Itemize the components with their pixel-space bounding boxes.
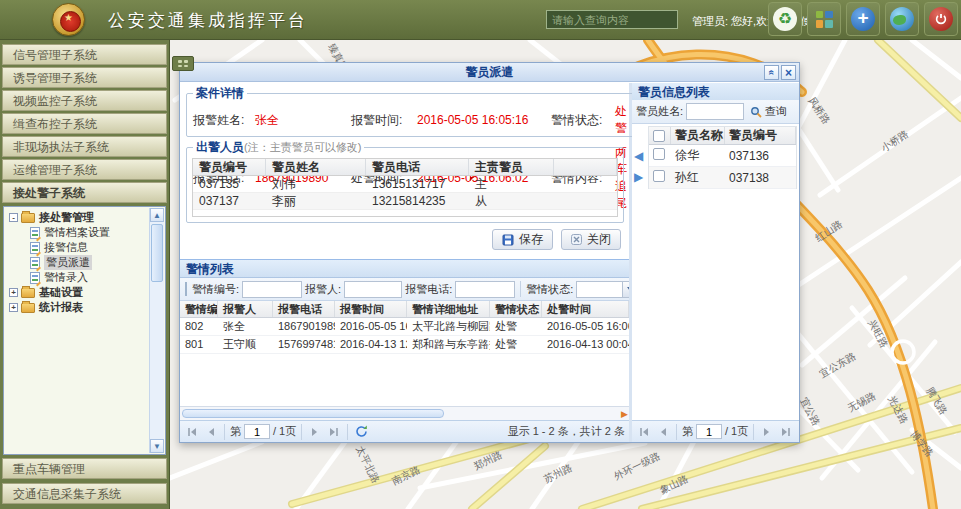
caller-name-input[interactable] — [344, 281, 402, 298]
case-details-legend: 案件详情 — [193, 85, 247, 102]
horizontal-scrollbar[interactable]: ▶ — [180, 406, 629, 420]
map-tool-button[interactable] — [172, 56, 194, 71]
column-header[interactable]: 报警人 — [218, 301, 273, 317]
record-count-status: 显示 1 - 2 条，共计 2 条 — [508, 424, 625, 439]
folder-icon — [21, 213, 35, 223]
column-header[interactable]: 处警时间 — [542, 301, 629, 317]
last-page-button[interactable] — [778, 424, 794, 440]
sidebar-item-enforcement[interactable]: 非现场执法子系统 — [2, 136, 167, 157]
alarm-time-value: 2016-05-05 16:05:16 — [417, 113, 551, 127]
sidebar-item-ops[interactable]: 运维管理子系统 — [2, 159, 167, 180]
field-label: 报警姓名: — [193, 112, 255, 129]
window-title: 警员派遣 — [466, 65, 514, 79]
add-button[interactable]: + — [846, 2, 880, 36]
sidebar-item-video[interactable]: 视频监控子系统 — [2, 90, 167, 111]
officer-list-pane: 警员信息列表 警员姓名: 查询 ◀ ▶ 警员名称 警员编号 — [632, 83, 799, 442]
power-icon — [929, 7, 953, 31]
tree-node-statistics[interactable]: + 统计报表 — [6, 300, 163, 315]
road-label: 太平北路 — [354, 444, 381, 485]
globe-icon — [890, 7, 914, 31]
incident-status-select[interactable] — [576, 281, 629, 298]
police-badge-logo — [52, 3, 85, 36]
sidebar-item-traffic-info[interactable]: 交通信息采集子系统 — [2, 483, 167, 504]
table-row[interactable]: 037137 李丽 13215814235 从 — [193, 193, 617, 210]
tree-node-alarm-info[interactable]: 接警信息 — [6, 240, 163, 255]
close-button[interactable]: 关闭 — [561, 229, 621, 250]
incident-list-panel: 警情列表 警情编号: 报警人: 报警电话: 警情状态: 查询 — [180, 259, 629, 442]
close-window-icon[interactable]: × — [781, 65, 796, 80]
plus-icon: + — [851, 7, 875, 31]
filter-label: 报警人: — [305, 282, 341, 297]
table-row[interactable]: 037135 刘伟 13615131717 主 — [193, 176, 617, 193]
first-page-button[interactable] — [636, 424, 652, 440]
primary-officer-cell[interactable]: 从 — [469, 193, 554, 209]
row-checkbox[interactable] — [653, 148, 665, 160]
map-mode-button[interactable] — [885, 2, 919, 36]
scroll-thumb[interactable] — [182, 409, 444, 418]
scroll-down-icon[interactable]: ▼ — [150, 439, 164, 453]
refresh-recycle-button[interactable]: ♻ — [768, 2, 802, 36]
transfer-right-icon[interactable]: ▶ — [634, 170, 643, 184]
caller-phone-input[interactable] — [455, 281, 515, 298]
tree-scrollbar[interactable]: ▲ ▼ — [149, 208, 164, 453]
column-header: 警员姓名 — [266, 159, 366, 175]
table-row[interactable]: 徐华 037136 — [649, 145, 796, 167]
collapse-toggle-icon[interactable]: - — [9, 213, 18, 222]
column-header: 警员电话 — [366, 159, 469, 175]
first-page-button[interactable] — [184, 424, 200, 440]
table-row[interactable]: 801 王守顺 15769974813 2016-04-13 12:... 郑和… — [180, 336, 629, 354]
expand-toggle-icon[interactable]: + — [9, 303, 18, 312]
document-icon — [30, 257, 40, 269]
row-checkbox[interactable] — [653, 170, 665, 182]
expand-toggle-icon[interactable]: + — [9, 288, 18, 297]
officer-name-input[interactable] — [686, 103, 744, 120]
collapse-window-icon[interactable]: « — [764, 65, 779, 80]
column-header[interactable]: 报警电话 — [273, 301, 335, 317]
window-titlebar[interactable]: 警员派遣 « × — [180, 63, 799, 82]
prev-page-button[interactable] — [203, 424, 219, 440]
sidebar-item-signal[interactable]: 信号管理子系统 — [2, 44, 167, 65]
global-search-input[interactable] — [546, 10, 678, 29]
dispatch-tree: - 接处警管理 警情档案设置 接警信息 警员派遣 警情录入 + 基础设置 + — [3, 206, 166, 455]
scroll-right-icon[interactable]: ▶ — [621, 409, 628, 419]
officer-table: 警员名称 警员编号 徐华 037136 孙红 037138 — [648, 126, 797, 189]
officer-search-button[interactable]: 查询 — [747, 104, 790, 119]
prev-page-button[interactable] — [655, 424, 671, 440]
incident-no-input[interactable] — [242, 281, 302, 298]
column-header-sorted[interactable]: 警情编号 — [180, 301, 218, 317]
header-buttons: ♻ + — [768, 2, 958, 36]
page-number-input[interactable] — [696, 424, 722, 439]
toolbar-grip — [185, 282, 187, 296]
tree-node-officer-dispatch[interactable]: 警员派遣 — [6, 255, 163, 270]
sidebar-item-key-vehicles[interactable]: 重点车辆管理 — [2, 458, 167, 479]
chevron-down-icon[interactable] — [622, 281, 629, 298]
page-number-input[interactable] — [244, 424, 270, 439]
next-page-button[interactable] — [307, 424, 323, 440]
column-header[interactable]: 警员编号 — [725, 127, 796, 144]
sidebar-item-dispatch-system[interactable]: 接处警子系统 — [2, 182, 167, 203]
tree-node-basic-settings[interactable]: + 基础设置 — [6, 285, 163, 300]
next-page-button[interactable] — [759, 424, 775, 440]
refresh-icon[interactable] — [353, 424, 369, 440]
tree-node-dispatch-mgmt[interactable]: - 接处警管理 — [6, 210, 163, 225]
caller-name-value: 张全 — [255, 112, 351, 129]
scroll-thumb[interactable] — [151, 224, 163, 282]
scroll-up-icon[interactable]: ▲ — [150, 208, 164, 222]
tree-node-incident-entry[interactable]: 警情录入 — [6, 270, 163, 285]
column-header[interactable]: 警情状态 — [490, 301, 542, 317]
logout-button[interactable] — [924, 2, 958, 36]
column-header[interactable]: 报警时间 — [335, 301, 407, 317]
last-page-button[interactable] — [326, 424, 342, 440]
modules-grid-button[interactable] — [807, 2, 841, 36]
sidebar-item-checkpoint[interactable]: 缉查布控子系统 — [2, 113, 167, 134]
select-all-checkbox[interactable] — [653, 130, 665, 142]
column-header[interactable]: 警情详细地址 — [407, 301, 490, 317]
save-button[interactable]: 保存 — [492, 229, 553, 250]
column-header[interactable]: 警员名称 — [671, 127, 725, 144]
table-row[interactable]: 802 张全 18679019890 2016-05-05 16:... 太平北… — [180, 318, 629, 336]
table-row[interactable]: 孙红 037138 — [649, 167, 796, 189]
transfer-left-icon[interactable]: ◀ — [634, 149, 643, 163]
sidebar-item-guidance[interactable]: 诱导管理子系统 — [2, 67, 167, 88]
primary-officer-cell[interactable]: 主 — [469, 176, 554, 192]
tree-node-incident-archive[interactable]: 警情档案设置 — [6, 225, 163, 240]
